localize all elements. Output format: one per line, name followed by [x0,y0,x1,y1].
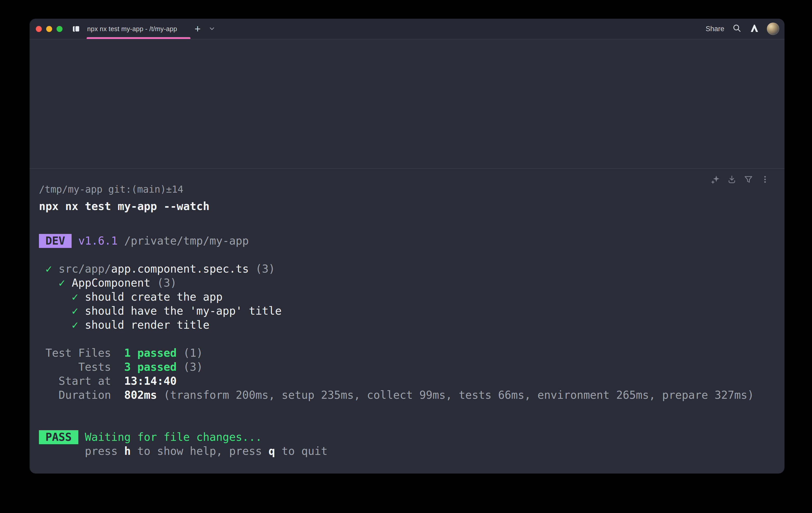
share-button[interactable]: Share [706,25,724,33]
titlebar: npx nx test my-app - /t/my-app + Share [30,19,784,39]
vitest-dev-line: DEVv1.6.1/private/tmp/my-app [39,234,779,248]
user-avatar[interactable] [767,23,779,35]
check-icon: ✓ [71,291,78,303]
summary-label: Duration [39,388,111,402]
watch-status-row: PASSWaiting for file changes... [39,430,779,444]
blank-line [39,402,779,416]
test-case-row: ✓should render title [39,318,779,332]
tab-title: npx nx test my-app - /t/my-app [87,25,177,33]
summary-value: 1 passed [124,347,177,359]
search-icon[interactable] [732,23,742,34]
new-tab-button[interactable]: + [195,19,201,39]
block-toolbar [710,174,770,184]
watch-status-message: Waiting for file changes... [85,431,262,443]
test-file-dir: src/app/ [59,263,111,275]
summary-count: (3) [177,360,203,373]
check-icon: ✓ [71,319,78,331]
check-icon: ✓ [71,304,78,317]
help-text: press [85,445,124,457]
summary-value: 3 passed [124,360,177,373]
test-case-row: ✓should create the app [39,290,779,304]
test-file-row: ✓src/app/app.component.spec.ts (3) [39,262,779,276]
pages-icon [71,24,82,34]
terminal-tab[interactable]: npx nx test my-app - /t/my-app [71,19,177,39]
command-text[interactable]: npx nx test my-app --watch [39,199,209,213]
download-output-icon[interactable] [727,174,737,184]
close-window-button[interactable] [36,26,42,32]
summary-value: 802ms [124,389,157,401]
test-file-count: (3) [249,263,275,275]
blank-line [39,416,779,430]
summary-duration-row: Duration802ms (transform 200ms, setup 23… [39,388,779,402]
filter-output-icon[interactable] [744,174,753,184]
zoom-window-button[interactable] [57,26,62,32]
summary-label: Start at [39,374,111,388]
blank-line [39,332,779,346]
block-menu-kebab-icon[interactable] [760,174,770,184]
titlebar-right-controls: Share [706,19,779,39]
test-case-row: ✓should have the 'my-app' title [39,304,779,318]
minimize-window-button[interactable] [46,26,52,32]
test-file-name: app.component.spec.ts [111,263,249,275]
check-icon: ✓ [46,263,52,275]
warp-logo-icon [750,24,759,34]
summary-test-files-row: Test Files1 passed (1) [39,346,779,360]
watch-help-row: press h to show help, press q to quit [39,444,779,458]
vitest-version: v1.6.1 [78,235,118,247]
dev-badge: DEV [39,234,71,248]
project-path: /private/tmp/my-app [124,235,249,247]
summary-tests-row: Tests3 passed (3) [39,360,779,374]
active-tab-indicator [87,37,191,39]
help-text: to show help, press [131,445,268,457]
summary-duration-detail: (transform 200ms, setup 235ms, collect 9… [157,389,754,401]
tab-list-chevron-down-icon[interactable] [209,19,215,39]
help-key-h: h [124,445,131,457]
summary-count: (1) [177,347,203,359]
command-output: DEVv1.6.1/private/tmp/my-app ✓src/app/ap… [39,234,779,458]
test-suite-row: ✓AppComponent (3) [39,276,779,290]
test-case-name: should have the 'my-app' title [85,304,282,317]
help-text: to quit [275,445,327,457]
test-case-name: should create the app [85,291,223,303]
test-suite-count: (3) [150,276,177,289]
summary-value: 13:14:40 [124,375,177,387]
summary-start-row: Start at13:14:40 [39,374,779,388]
ai-sparkles-icon[interactable] [710,174,720,184]
blank-line [39,248,779,262]
summary-label: Test Files [39,346,111,360]
test-case-name: should render title [85,319,209,331]
check-icon: ✓ [59,276,65,289]
traffic-lights [36,19,62,39]
terminal-window: npx nx test my-app - /t/my-app + Share [30,19,784,474]
shell-prompt: /tmp/my-app git:(main)±14 [39,183,183,196]
pass-badge: PASS [39,430,78,444]
help-key-q: q [268,445,275,457]
test-suite-name: AppComponent [71,276,150,289]
summary-label: Tests [39,360,111,374]
pane-divider [30,168,784,169]
